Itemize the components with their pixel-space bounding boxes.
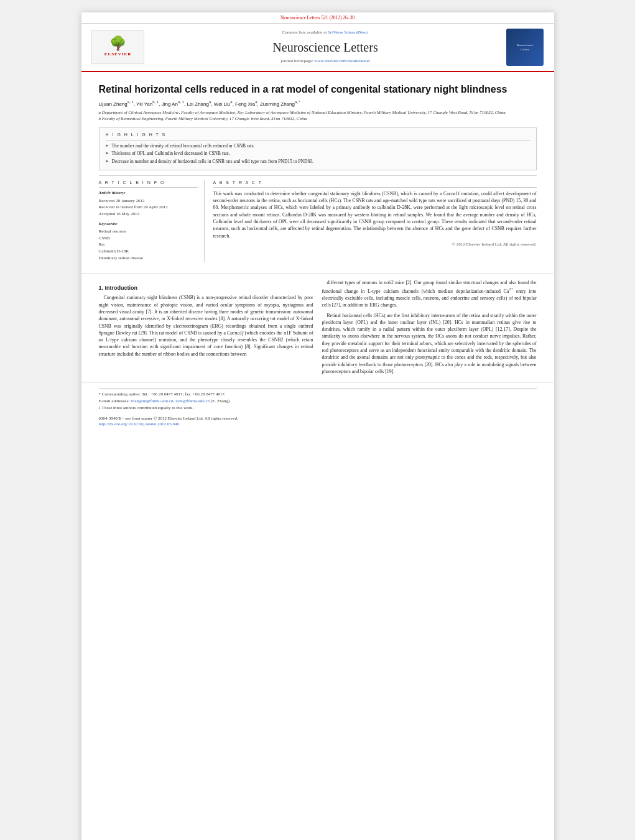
journal-header: 🌳 ELSEVIER Contents lists available at S… (81, 24, 554, 72)
intro-title: Introduction (105, 285, 138, 291)
author-3-super: a, 1 (178, 100, 184, 104)
email-link-1[interactable]: zhangzm@fmmu.edu.cn (131, 399, 174, 404)
keyword-2: CSNB (99, 236, 198, 242)
keyword-1: Retinal neurons (99, 229, 198, 235)
history-label: Article history: (99, 190, 198, 196)
tree-icon: 🌳 (109, 37, 126, 50)
intro-number: 1. (99, 285, 104, 291)
homepage-prefix: journal homepage: (280, 58, 314, 63)
corresponding-note: * Corresponding author. Tel.: +86 29 847… (99, 392, 537, 398)
author-6-super: a (255, 100, 257, 104)
highlight-3: Decrease in number and density of horizo… (106, 159, 530, 165)
keywords-label: Keywords: (99, 221, 198, 228)
revised-date: Received in revised form 29 April 2012 (99, 205, 198, 211)
equal-note: 1 These three authors contributed equall… (99, 405, 537, 412)
badge-image: NeuroscienceLetters (506, 29, 544, 66)
email-name: (Z. Zhang). (211, 399, 231, 404)
abstract-col: A B S T R A C T This work was conducted … (213, 180, 537, 262)
footer-bottom: 0304-3940/$ – see front matter © 2012 El… (99, 416, 537, 428)
doi-line: http://dx.doi.org/10.1016/j.neulet.2012.… (99, 422, 537, 428)
email-link-2[interactable]: zzm@fmmu.edu.cn (175, 399, 210, 404)
journal-top-bar: Neuroscience Letters 521 (2012) 26–30 (81, 12, 554, 24)
author-5: Wei Liua (214, 101, 233, 107)
email-label: E-mail addresses: (99, 399, 131, 404)
article-title: Retinal horizontal cells reduced in a ra… (99, 83, 537, 96)
journal-citation: Neuroscience Letters 521 (2012) 26–30 (280, 15, 355, 21)
article-info-abstract: A R T I C L E I N F O Article history: R… (99, 175, 537, 262)
author-7: Zuoming Zhanga, * (260, 101, 300, 107)
keyword-3: Rat (99, 242, 198, 248)
author-5-super: a (230, 100, 232, 104)
affiliation-b: b Faculty of Biomedical Engineering, Fou… (99, 116, 537, 122)
article-info-col: A R T I C L E I N F O Article history: R… (99, 180, 205, 262)
abstract-text: This work was conducted to determine whe… (213, 190, 537, 239)
journal-title: Neuroscience Letters (152, 39, 499, 56)
journal-badge: NeuroscienceLetters (505, 29, 545, 66)
intro-body-text: Congenital stationary night blindness (C… (99, 294, 313, 358)
received-date: Received 28 January 2012 (99, 198, 198, 205)
highlight-1: The number and the density of retinal ho… (106, 143, 530, 150)
author-7-super: a, * (295, 100, 300, 104)
right-para-2: Retinal horizontal cells (HCs) are the f… (322, 312, 537, 376)
footer-divider (99, 389, 537, 389)
keyword-5: Hereditary retinal disease (99, 256, 198, 262)
journal-center-info: Contents lists available at SciVerse Sci… (152, 29, 499, 66)
affiliation-a: a Department of Clinical Aerospace Medic… (99, 110, 537, 116)
body-divider (81, 274, 554, 274)
main-content: Retinal horizontal cells reduced in a ra… (81, 72, 554, 269)
elsevier-logo: 🌳 ELSEVIER (90, 29, 146, 66)
elsevier-wordmark: ELSEVIER (104, 52, 131, 58)
author-4: Lei Zhanga (187, 101, 211, 107)
article-page: Neuroscience Letters 521 (2012) 26–30 🌳 … (81, 12, 554, 840)
affiliations: a Department of Clinical Aerospace Medic… (99, 110, 537, 122)
copyright-line: © 2012 Elsevier Ireland Ltd. All rights … (213, 242, 537, 248)
intro-para-1: Congenital stationary night blindness (C… (99, 294, 313, 358)
author-3: Jing Ana, 1 (162, 101, 184, 107)
homepage-line: journal homepage: www.elsevier.com/locat… (152, 58, 499, 65)
accepted-date: Accepted 16 May 2012 (99, 211, 198, 218)
doi-link[interactable]: http://dx.doi.org/10.1016/j.neulet.2012.… (99, 422, 180, 427)
author-4-super: a (209, 100, 211, 104)
body-content: 1. Introduction Congenital stationary ni… (81, 279, 554, 378)
highlight-2: Thickness of OPL and Calbindin level dec… (106, 150, 530, 157)
keyword-4: Calbindin D-28K (99, 249, 198, 255)
authors-line: Lijuan Zhenga, 1, Yili Yanb, 1, Jing Ana… (99, 99, 537, 108)
elsevier-logo-img: 🌳 ELSEVIER (91, 30, 144, 64)
body-left-col: 1. Introduction Congenital stationary ni… (99, 279, 313, 378)
sciverse-prefix: Contents lists available at (282, 30, 328, 35)
highlights-label: H I G H L I G H T S (106, 132, 530, 141)
abstract-label: A B S T R A C T (213, 180, 537, 188)
author-6: Feng Xiaa (235, 101, 257, 107)
email-note: E-mail addresses: zhangzm@fmmu.edu.cn, z… (99, 399, 537, 405)
article-info-label: A R T I C L E I N F O (99, 180, 198, 188)
sciverse-line: Contents lists available at SciVerse Sci… (152, 30, 499, 36)
badge-text: NeuroscienceLetters (516, 43, 533, 52)
right-para-1: different types of neurons in nob2 mice … (322, 279, 537, 309)
author-1: Lijuan Zhenga, 1 (99, 101, 134, 107)
highlights-section: H I G H L I G H T S The number and the d… (99, 127, 537, 170)
issn-line: 0304-3940/$ – see front matter © 2012 El… (99, 416, 537, 422)
right-body-text: different types of neurons in nob2 mice … (322, 279, 537, 375)
intro-heading: 1. Introduction (99, 284, 313, 292)
author-2: Yili Yanb, 1 (136, 101, 159, 107)
author-2-super: b, 1 (152, 100, 159, 104)
footer-area: * Corresponding author. Tel.: +86 29 847… (81, 382, 554, 432)
homepage-link[interactable]: www.elsevier.com/locate/neulet (314, 58, 369, 63)
author-1-super: a, 1 (127, 100, 134, 104)
body-right-col: different types of neurons in nob2 mice … (322, 279, 537, 378)
sciverse-link[interactable]: SciVerse ScienceDirect (328, 30, 369, 35)
